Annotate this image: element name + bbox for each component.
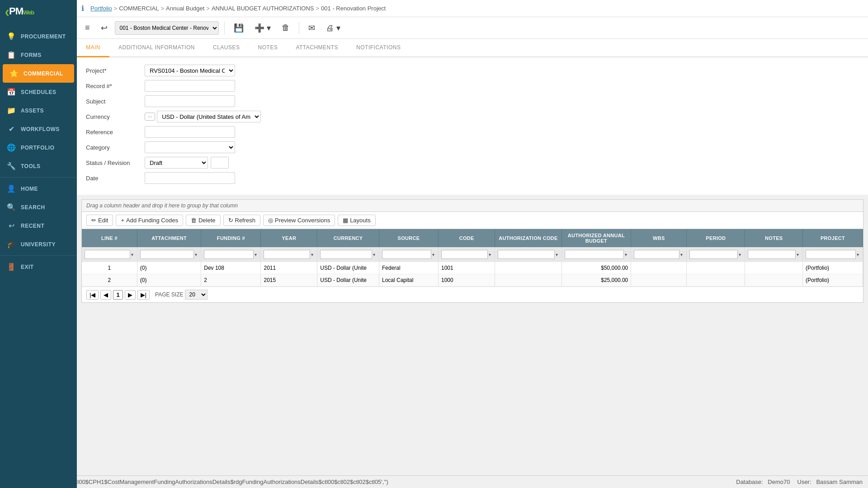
subject-input[interactable]: Renovation Project — [145, 95, 235, 107]
cell-source: Federal — [379, 262, 439, 274]
grid-delete-button[interactable]: 🗑 Delete — [186, 215, 221, 226]
sidebar-item-search[interactable]: 🔍 SEARCH — [0, 198, 77, 216]
topbar: ℹ Portfolio > COMMERCIAL > Annual Budget… — [77, 0, 868, 17]
sidebar-item-home[interactable]: 👤 HOME — [0, 179, 77, 198]
next-page-button[interactable]: ▶ — [125, 290, 136, 300]
sidebar-item-university[interactable]: 🎓 UNIVERSITY — [0, 235, 77, 253]
refresh-button[interactable]: ↻ Refresh — [223, 215, 261, 226]
filter-period-btn[interactable]: ▾ — [738, 250, 742, 259]
currency-row: Currency ··· USD - Dollar (United States… — [86, 111, 859, 122]
filter-year-btn[interactable]: ▾ — [310, 250, 314, 259]
sidebar-item-recent[interactable]: ↩ RECENT — [0, 216, 77, 235]
filter-line[interactable] — [85, 250, 130, 259]
layouts-button[interactable]: ▦ Layouts — [338, 215, 376, 226]
edit-button[interactable]: ✏ Edit — [86, 215, 113, 226]
back-button[interactable]: ↩ — [97, 21, 111, 35]
sidebar-item-label: ASSETS — [21, 108, 44, 114]
tab-attachments[interactable]: ATTACHMENTS — [287, 39, 347, 57]
last-page-button[interactable]: ▶| — [137, 290, 150, 300]
project-select[interactable]: RVS0104 - Boston Medical Center — [145, 65, 235, 76]
menu-button[interactable]: ≡ — [81, 21, 94, 34]
tab-additional[interactable]: ADDITIONAL INFORMATION — [109, 39, 204, 57]
filter-line-btn[interactable]: ▾ — [130, 250, 134, 259]
filter-authcode-btn[interactable]: ▾ — [555, 250, 559, 259]
filter-budget-btn[interactable]: ▾ — [624, 250, 628, 259]
sidebar-item-schedules[interactable]: 📅 SCHEDULES — [0, 83, 77, 101]
search-icon: 🔍 — [6, 203, 16, 211]
filter-attach-btn[interactable]: ▾ — [194, 250, 198, 259]
tab-main[interactable]: MAIN — [77, 39, 109, 57]
cell-project: (Portfolio) — [803, 262, 863, 274]
sidebar-item-procurement[interactable]: 💡 PROCUREMENT — [0, 27, 77, 46]
sidebar-item-workflows[interactable]: ✔ WORKFLOWS — [0, 120, 77, 138]
record-selector[interactable]: 001 - Boston Medical Center - Renov — [115, 21, 219, 35]
filter-notes[interactable] — [748, 250, 796, 259]
project-label: Project* — [86, 67, 145, 74]
record-input[interactable]: 001 — [145, 80, 235, 92]
sidebar-divider-2 — [0, 255, 77, 256]
filter-year[interactable] — [264, 250, 310, 259]
add-funding-button[interactable]: + Add Funding Codes — [116, 215, 183, 226]
revision-input[interactable]: 0 — [211, 157, 229, 169]
reference-input[interactable] — [145, 126, 235, 138]
status-select[interactable]: Draft — [145, 157, 208, 169]
sidebar-item-commercial[interactable]: ⭐ COMMERCIAL — [3, 64, 74, 83]
filter-cell-wbs: ▾ — [631, 247, 687, 262]
sidebar-item-label: WORKFLOWS — [21, 126, 60, 132]
sidebar-item-portfolio[interactable]: 🌐 PORTFOLIO — [0, 138, 77, 157]
filter-wbs[interactable] — [634, 250, 679, 259]
filter-source-btn[interactable]: ▾ — [431, 250, 435, 259]
layouts-icon: ▦ — [343, 217, 348, 224]
filter-code-btn[interactable]: ▾ — [488, 250, 492, 259]
filter-project-btn[interactable]: ▾ — [856, 250, 860, 259]
filter-source[interactable] — [382, 250, 431, 259]
sidebar-item-exit[interactable]: 🚪 EXIT — [0, 258, 77, 276]
tab-notifications[interactable]: NOTIFICATIONS — [347, 39, 410, 57]
save-button[interactable]: 💾 — [230, 21, 247, 35]
filter-currency[interactable] — [320, 250, 372, 259]
preview-button[interactable]: ◎ Preview Conversions — [263, 215, 335, 226]
filter-code[interactable] — [441, 250, 488, 259]
tab-clauses[interactable]: CLAUSES — [204, 39, 249, 57]
sidebar-item-assets[interactable]: 📁 ASSETS — [0, 101, 77, 120]
statusbar-db-value: Demo70 — [768, 479, 790, 485]
currency-dots-button[interactable]: ··· — [145, 113, 155, 121]
filter-funding[interactable] — [204, 250, 254, 259]
currency-select[interactable]: USD - Dollar (United States of America) — [157, 111, 261, 122]
cell-auth_code — [495, 274, 561, 286]
delete-button[interactable]: 🗑 — [278, 21, 293, 34]
add-button[interactable]: ➕ ▾ — [251, 21, 274, 35]
toolbar-sep-2 — [299, 22, 299, 34]
filter-attach[interactable] — [140, 250, 194, 259]
filter-wbs-btn[interactable]: ▾ — [679, 250, 684, 259]
tab-notes[interactable]: NOTES — [249, 39, 287, 57]
filter-notes-btn[interactable]: ▾ — [796, 250, 800, 259]
form-area: Project* RVS0104 - Boston Medical Center… — [77, 57, 868, 195]
grid-area: Drag a column header and drop it here to… — [81, 199, 863, 303]
table-row[interactable]: 1(0)Dev 1082011USD - Dollar (UniteFedera… — [82, 262, 863, 274]
table-row[interactable]: 2(0)22015USD - Dollar (UniteLocal Capita… — [82, 274, 863, 286]
filter-currency-btn[interactable]: ▾ — [372, 250, 376, 259]
breadcrumb: Portfolio > COMMERCIAL > Annual Budget >… — [90, 5, 386, 12]
workflows-icon: ✔ — [6, 125, 16, 133]
category-select[interactable] — [145, 141, 235, 153]
sidebar-item-tools[interactable]: 🔧 TOOLS — [0, 157, 77, 175]
filter-funding-btn[interactable]: ▾ — [254, 250, 258, 259]
first-page-button[interactable]: |◀ — [86, 290, 99, 300]
filter-budget[interactable] — [565, 250, 624, 259]
cell-project: (Portfolio) — [803, 274, 863, 286]
prev-page-button[interactable]: ◀ — [100, 290, 111, 300]
filter-project[interactable] — [806, 250, 856, 259]
breadcrumb-portfolio[interactable]: Portfolio — [90, 5, 112, 12]
info-icon[interactable]: ℹ — [81, 4, 84, 13]
home-icon: 👤 — [6, 184, 16, 193]
print-button[interactable]: 🖨 ▾ — [322, 21, 344, 35]
page-size-select[interactable]: 20 — [185, 290, 208, 300]
sidebar-item-label: TOOLS — [21, 163, 41, 169]
email-button[interactable]: ✉ — [305, 21, 319, 35]
date-input[interactable]: 29-10-2015 — [145, 172, 235, 184]
filter-period[interactable] — [689, 250, 738, 259]
filter-authcode[interactable] — [498, 250, 554, 259]
current-page-button[interactable]: 1 — [113, 290, 123, 300]
sidebar-item-forms[interactable]: 📋 FORMS — [0, 46, 77, 64]
